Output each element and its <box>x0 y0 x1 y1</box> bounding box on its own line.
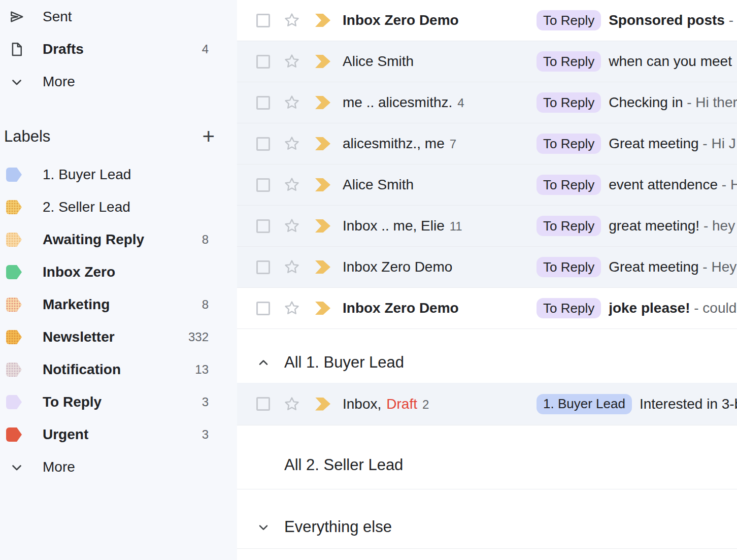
section-everything-else: Everything else <box>237 489 737 549</box>
sidebar-item-drafts[interactable]: Drafts 4 <box>0 33 237 65</box>
star-icon[interactable] <box>283 300 300 317</box>
sidebar-label-item[interactable]: Inbox Zero <box>0 256 237 288</box>
label-tag-icon <box>6 200 22 214</box>
star-icon[interactable] <box>283 176 300 193</box>
email-row[interactable]: Alice Smith To Reply when can you meet <box>237 41 737 82</box>
sidebar-label-count: 8 <box>202 298 209 312</box>
sidebar-label-item[interactable]: Awaiting Reply 8 <box>0 223 237 256</box>
label-badge[interactable]: To Reply <box>537 92 601 113</box>
select-checkbox[interactable] <box>256 14 270 27</box>
sidebar-label-name: To Reply <box>43 394 102 410</box>
star-icon[interactable] <box>283 217 300 235</box>
select-checkbox[interactable] <box>256 178 270 192</box>
label-tag-icon <box>6 363 22 377</box>
select-checkbox[interactable] <box>256 260 270 274</box>
sidebar-label-item[interactable]: Notification 13 <box>0 353 237 386</box>
sidebar-label-name: Marketing <box>43 297 110 313</box>
sidebar-item-more[interactable]: More <box>0 65 237 98</box>
sidebar-labels-more[interactable]: More <box>0 451 237 483</box>
chevron-down-icon <box>8 458 25 476</box>
email-sender: Inbox Zero Demo <box>343 300 537 316</box>
sidebar-label-list: 1. Buyer Lead 2. Seller Lead Awaiting Re… <box>0 158 237 451</box>
importance-marker-icon[interactable] <box>315 14 330 27</box>
email-row[interactable]: Inbox Zero Demo To Reply Sponsored posts… <box>237 0 737 41</box>
label-badge[interactable]: To Reply <box>537 10 601 30</box>
star-icon[interactable] <box>283 94 300 111</box>
sidebar-label-count: 3 <box>202 395 209 409</box>
star-icon[interactable] <box>283 135 300 152</box>
sidebar-label-name: Notification <box>43 361 121 378</box>
select-checkbox[interactable] <box>256 302 270 315</box>
email-row[interactable]: Inbox Zero Demo To Reply Great meeting -… <box>237 247 737 288</box>
sender-name: Inbox Zero Demo <box>343 300 459 316</box>
section-header-everything-else[interactable]: Everything else <box>237 507 737 547</box>
label-tag-icon <box>6 168 22 182</box>
chevron-down-icon <box>8 73 25 90</box>
label-tag-icon <box>6 427 22 442</box>
star-icon[interactable] <box>283 12 300 29</box>
email-snippet: hey <box>712 218 735 234</box>
sender-inbox-label: Inbox, <box>343 396 381 412</box>
label-badge[interactable]: To Reply <box>537 175 601 195</box>
sidebar-label-count: 332 <box>188 330 209 344</box>
star-icon[interactable] <box>283 53 300 70</box>
sender-name: Inbox .. me, Elie <box>343 218 445 234</box>
add-label-button[interactable]: + <box>202 126 215 147</box>
importance-marker-icon[interactable] <box>315 260 330 274</box>
importance-marker-icon[interactable] <box>315 302 330 315</box>
importance-marker-icon[interactable] <box>315 219 330 233</box>
email-row[interactable]: alicesmithz., me 7 To Reply Great meetin… <box>237 123 737 164</box>
email-subject-line: event attendence - H <box>609 177 737 193</box>
section-header-buyer-lead[interactable]: All 1. Buyer Lead <box>237 342 737 383</box>
label-badge[interactable]: To Reply <box>537 51 601 72</box>
importance-marker-icon[interactable] <box>315 96 330 109</box>
email-subject-line: when can you meet <box>609 53 737 70</box>
sidebar-label-item[interactable]: To Reply 3 <box>0 386 237 418</box>
email-snippet: Hey <box>711 259 736 275</box>
email-row-buyer-lead[interactable]: Inbox, Draft 2 1. Buyer Lead Interested … <box>237 383 737 425</box>
sidebar-label-item[interactable]: 1. Buyer Lead <box>0 158 237 191</box>
label-badge[interactable]: To Reply <box>537 298 601 318</box>
sidebar-label-name: 2. Seller Lead <box>43 199 130 215</box>
sidebar-label-item[interactable]: Newsletter 332 <box>0 321 237 353</box>
sidebar-label-item[interactable]: 2. Seller Lead <box>0 191 237 223</box>
section-header-seller-lead[interactable]: All 2. Seller Lead <box>237 445 737 485</box>
select-checkbox[interactable] <box>256 397 270 411</box>
email-sender: Alice Smith <box>343 177 537 193</box>
chevron-down-icon[interactable] <box>256 520 271 534</box>
sidebar-label-item[interactable]: Urgent 3 <box>0 418 237 451</box>
email-subject-line: Checking in - Hi ther <box>609 94 737 111</box>
email-row[interactable]: Alice Smith To Reply event attendence - … <box>237 164 737 206</box>
subject-snippet-separator: - <box>690 300 702 316</box>
star-icon[interactable] <box>283 396 300 413</box>
sidebar-label-name: 1. Buyer Lead <box>43 167 131 183</box>
importance-marker-icon[interactable] <box>315 55 330 68</box>
email-subject: Interested in 3-b <box>640 396 737 412</box>
sidebar-label-count: 8 <box>202 233 209 247</box>
sender-draft-label: Draft <box>386 396 417 412</box>
star-icon[interactable] <box>283 258 300 276</box>
email-row[interactable]: me .. alicesmithz. 4 To Reply Checking i… <box>237 82 737 123</box>
email-subject-line: Great meeting - Hi J <box>609 136 737 152</box>
label-badge[interactable]: To Reply <box>537 257 601 277</box>
importance-marker-icon[interactable] <box>315 178 330 191</box>
select-checkbox[interactable] <box>256 96 270 110</box>
label-badge[interactable]: To Reply <box>537 216 601 236</box>
sidebar-label-item[interactable]: Marketing 8 <box>0 288 237 321</box>
email-row[interactable]: Inbox Zero Demo To Reply joke please! - … <box>237 288 737 329</box>
importance-marker-icon[interactable] <box>315 137 330 150</box>
select-checkbox[interactable] <box>256 219 270 233</box>
email-subject: when can you meet <box>609 53 732 70</box>
chevron-up-icon[interactable] <box>256 355 271 370</box>
label-badge[interactable]: 1. Buyer Lead <box>537 394 632 414</box>
sidebar-item-label: More <box>43 459 75 475</box>
select-checkbox[interactable] <box>256 137 270 151</box>
email-row[interactable]: Inbox .. me, Elie 11 To Reply great meet… <box>237 206 737 247</box>
sidebar-item-sent[interactable]: Sent <box>0 1 237 33</box>
select-checkbox[interactable] <box>256 55 270 69</box>
labels-title: Labels <box>4 127 50 146</box>
importance-marker-icon[interactable] <box>315 398 330 411</box>
subject-snippet-separator: - <box>725 12 737 28</box>
label-badge[interactable]: To Reply <box>537 134 601 154</box>
label-tag-icon <box>6 395 22 409</box>
